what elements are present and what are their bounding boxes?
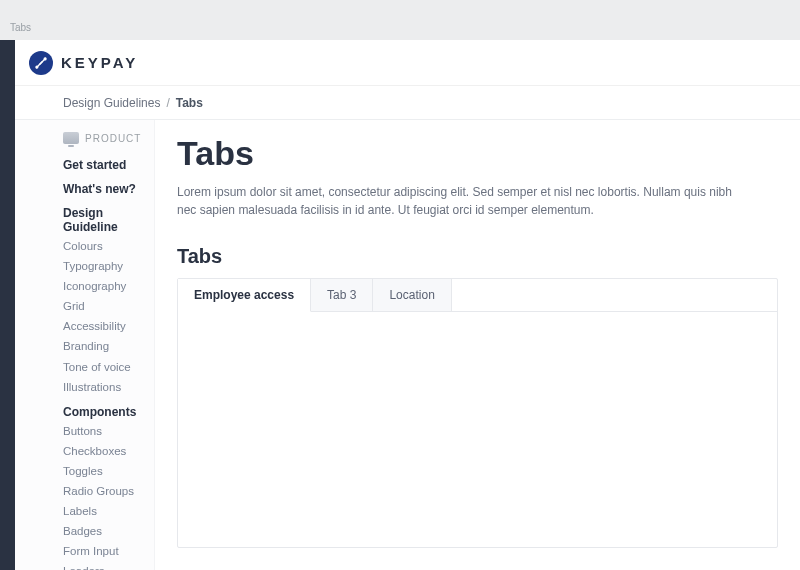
nav-item-typography[interactable]: Typography — [63, 258, 154, 274]
nav-item-grid[interactable]: Grid — [63, 298, 154, 314]
nav-link-get-started[interactable]: Get started — [63, 158, 154, 172]
wrench-screwdriver-icon — [29, 51, 53, 75]
nav-item-illustrations[interactable]: Illustrations — [63, 379, 154, 395]
page: KEYPAY Design Guidelines / Tabs PRODUCT … — [15, 40, 800, 570]
nav-item-tone-of-voice[interactable]: Tone of voice — [63, 359, 154, 375]
nav-item-labels[interactable]: Labels — [63, 503, 154, 519]
nav-item-radio-groups[interactable]: Radio Groups — [63, 483, 154, 499]
brand-name: KEYPAY — [61, 54, 138, 71]
nav-item-accessibility[interactable]: Accessibility — [63, 318, 154, 334]
nav-item-badges[interactable]: Badges — [63, 523, 154, 539]
nav-item-form-input[interactable]: Form Input — [63, 543, 154, 559]
tab-location[interactable]: Location — [373, 279, 451, 312]
breadcrumb-parent[interactable]: Design Guidelines — [63, 96, 160, 110]
monitor-icon — [63, 132, 79, 144]
nav-item-buttons[interactable]: Buttons — [63, 423, 154, 439]
nav-item-colours[interactable]: Colours — [63, 238, 154, 254]
nav-item-loaders[interactable]: Loaders — [63, 563, 154, 570]
svg-point-0 — [36, 66, 38, 68]
tab-strip: Employee access Tab 3 Location — [178, 279, 777, 312]
nav-item-branding[interactable]: Branding — [63, 338, 154, 354]
tabs-example: Employee access Tab 3 Location — [177, 278, 778, 548]
product-label: PRODUCT — [85, 133, 141, 144]
app-root: KEYPAY Design Guidelines / Tabs PRODUCT … — [0, 40, 800, 570]
collapsed-left-rail[interactable] — [0, 40, 15, 570]
page-title: Tabs — [177, 134, 778, 173]
main-content: Tabs Lorem ipsum dolor sit amet, consect… — [155, 120, 800, 570]
nav-heading-components[interactable]: Components — [63, 405, 154, 419]
tab-tab-3[interactable]: Tab 3 — [311, 279, 373, 312]
page-body: PRODUCT Get started What's new? Design G… — [15, 120, 800, 570]
page-description: Lorem ipsum dolor sit amet, consectetur … — [177, 183, 737, 219]
svg-point-1 — [44, 58, 46, 60]
product-switcher[interactable]: PRODUCT — [63, 132, 154, 144]
section-heading-tabs: Tabs — [177, 245, 778, 268]
nav-item-checkboxes[interactable]: Checkboxes — [63, 443, 154, 459]
browser-tab-label[interactable]: Tabs — [10, 22, 31, 33]
nav-link-design-guideline[interactable]: Design Guideline — [63, 206, 154, 234]
nav-item-iconography[interactable]: Iconography — [63, 278, 154, 294]
breadcrumb-current: Tabs — [176, 96, 203, 110]
nav-item-toggles[interactable]: Toggles — [63, 463, 154, 479]
sidebar: PRODUCT Get started What's new? Design G… — [15, 120, 155, 570]
breadcrumb-separator: / — [166, 96, 169, 110]
brand-logo[interactable]: KEYPAY — [29, 51, 138, 75]
tab-employee-access[interactable]: Employee access — [178, 279, 311, 312]
breadcrumb: Design Guidelines / Tabs — [15, 86, 800, 120]
app-header: KEYPAY — [15, 40, 800, 86]
nav-link-whats-new[interactable]: What's new? — [63, 182, 154, 196]
browser-tab-bar: Tabs — [0, 0, 800, 40]
